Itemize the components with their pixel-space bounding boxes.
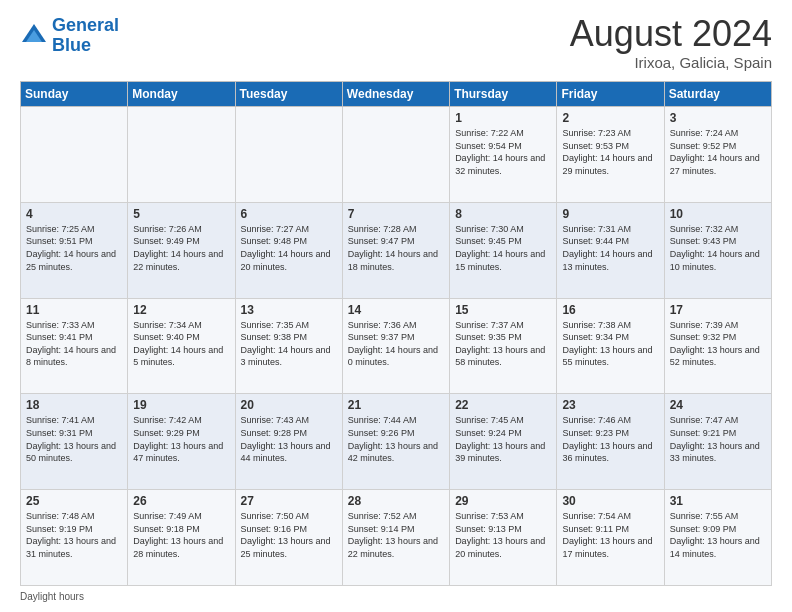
table-row: 28Sunrise: 7:52 AM Sunset: 9:14 PM Dayli… <box>342 490 449 586</box>
table-row: 2Sunrise: 7:23 AM Sunset: 9:53 PM Daylig… <box>557 107 664 203</box>
day-info: Sunrise: 7:47 AM Sunset: 9:21 PM Dayligh… <box>670 414 766 464</box>
table-row: 24Sunrise: 7:47 AM Sunset: 9:21 PM Dayli… <box>664 394 771 490</box>
location-title: Irixoa, Galicia, Spain <box>570 54 772 71</box>
table-row: 10Sunrise: 7:32 AM Sunset: 9:43 PM Dayli… <box>664 202 771 298</box>
day-info: Sunrise: 7:48 AM Sunset: 9:19 PM Dayligh… <box>26 510 122 560</box>
calendar-week-row: 18Sunrise: 7:41 AM Sunset: 9:31 PM Dayli… <box>21 394 772 490</box>
table-row: 7Sunrise: 7:28 AM Sunset: 9:47 PM Daylig… <box>342 202 449 298</box>
day-number: 28 <box>348 494 444 508</box>
table-row: 15Sunrise: 7:37 AM Sunset: 9:35 PM Dayli… <box>450 298 557 394</box>
daylight-label: Daylight hours <box>20 591 84 602</box>
table-row: 20Sunrise: 7:43 AM Sunset: 9:28 PM Dayli… <box>235 394 342 490</box>
table-row: 14Sunrise: 7:36 AM Sunset: 9:37 PM Dayli… <box>342 298 449 394</box>
table-row: 9Sunrise: 7:31 AM Sunset: 9:44 PM Daylig… <box>557 202 664 298</box>
table-row: 31Sunrise: 7:55 AM Sunset: 9:09 PM Dayli… <box>664 490 771 586</box>
table-row: 22Sunrise: 7:45 AM Sunset: 9:24 PM Dayli… <box>450 394 557 490</box>
day-number: 12 <box>133 303 229 317</box>
day-number: 21 <box>348 398 444 412</box>
calendar-week-row: 4Sunrise: 7:25 AM Sunset: 9:51 PM Daylig… <box>21 202 772 298</box>
day-info: Sunrise: 7:49 AM Sunset: 9:18 PM Dayligh… <box>133 510 229 560</box>
table-row: 16Sunrise: 7:38 AM Sunset: 9:34 PM Dayli… <box>557 298 664 394</box>
day-number: 7 <box>348 207 444 221</box>
day-number: 25 <box>26 494 122 508</box>
table-row: 8Sunrise: 7:30 AM Sunset: 9:45 PM Daylig… <box>450 202 557 298</box>
day-number: 10 <box>670 207 766 221</box>
day-info: Sunrise: 7:43 AM Sunset: 9:28 PM Dayligh… <box>241 414 337 464</box>
table-row: 13Sunrise: 7:35 AM Sunset: 9:38 PM Dayli… <box>235 298 342 394</box>
table-row: 12Sunrise: 7:34 AM Sunset: 9:40 PM Dayli… <box>128 298 235 394</box>
day-info: Sunrise: 7:34 AM Sunset: 9:40 PM Dayligh… <box>133 319 229 369</box>
col-friday: Friday <box>557 82 664 107</box>
logo-icon <box>20 22 48 50</box>
day-number: 11 <box>26 303 122 317</box>
table-row: 18Sunrise: 7:41 AM Sunset: 9:31 PM Dayli… <box>21 394 128 490</box>
day-number: 24 <box>670 398 766 412</box>
day-info: Sunrise: 7:32 AM Sunset: 9:43 PM Dayligh… <box>670 223 766 273</box>
col-saturday: Saturday <box>664 82 771 107</box>
col-wednesday: Wednesday <box>342 82 449 107</box>
day-number: 2 <box>562 111 658 125</box>
day-info: Sunrise: 7:36 AM Sunset: 9:37 PM Dayligh… <box>348 319 444 369</box>
table-row <box>342 107 449 203</box>
table-row: 27Sunrise: 7:50 AM Sunset: 9:16 PM Dayli… <box>235 490 342 586</box>
day-number: 17 <box>670 303 766 317</box>
table-row: 5Sunrise: 7:26 AM Sunset: 9:49 PM Daylig… <box>128 202 235 298</box>
day-info: Sunrise: 7:33 AM Sunset: 9:41 PM Dayligh… <box>26 319 122 369</box>
day-info: Sunrise: 7:50 AM Sunset: 9:16 PM Dayligh… <box>241 510 337 560</box>
table-row: 29Sunrise: 7:53 AM Sunset: 9:13 PM Dayli… <box>450 490 557 586</box>
day-info: Sunrise: 7:35 AM Sunset: 9:38 PM Dayligh… <box>241 319 337 369</box>
day-number: 8 <box>455 207 551 221</box>
month-title: August 2024 <box>570 16 772 52</box>
day-info: Sunrise: 7:46 AM Sunset: 9:23 PM Dayligh… <box>562 414 658 464</box>
calendar: Sunday Monday Tuesday Wednesday Thursday… <box>20 81 772 586</box>
day-number: 16 <box>562 303 658 317</box>
table-row: 30Sunrise: 7:54 AM Sunset: 9:11 PM Dayli… <box>557 490 664 586</box>
day-number: 3 <box>670 111 766 125</box>
day-number: 13 <box>241 303 337 317</box>
table-row: 19Sunrise: 7:42 AM Sunset: 9:29 PM Dayli… <box>128 394 235 490</box>
day-info: Sunrise: 7:45 AM Sunset: 9:24 PM Dayligh… <box>455 414 551 464</box>
day-info: Sunrise: 7:23 AM Sunset: 9:53 PM Dayligh… <box>562 127 658 177</box>
col-monday: Monday <box>128 82 235 107</box>
day-info: Sunrise: 7:24 AM Sunset: 9:52 PM Dayligh… <box>670 127 766 177</box>
day-info: Sunrise: 7:22 AM Sunset: 9:54 PM Dayligh… <box>455 127 551 177</box>
table-row: 21Sunrise: 7:44 AM Sunset: 9:26 PM Dayli… <box>342 394 449 490</box>
day-number: 6 <box>241 207 337 221</box>
table-row: 1Sunrise: 7:22 AM Sunset: 9:54 PM Daylig… <box>450 107 557 203</box>
day-number: 22 <box>455 398 551 412</box>
day-number: 31 <box>670 494 766 508</box>
table-row: 26Sunrise: 7:49 AM Sunset: 9:18 PM Dayli… <box>128 490 235 586</box>
calendar-week-row: 25Sunrise: 7:48 AM Sunset: 9:19 PM Dayli… <box>21 490 772 586</box>
day-info: Sunrise: 7:55 AM Sunset: 9:09 PM Dayligh… <box>670 510 766 560</box>
day-number: 18 <box>26 398 122 412</box>
footer-note: Daylight hours <box>20 591 772 602</box>
table-row <box>128 107 235 203</box>
day-info: Sunrise: 7:26 AM Sunset: 9:49 PM Dayligh… <box>133 223 229 273</box>
header: General Blue August 2024 Irixoa, Galicia… <box>20 16 772 71</box>
day-info: Sunrise: 7:53 AM Sunset: 9:13 PM Dayligh… <box>455 510 551 560</box>
day-info: Sunrise: 7:28 AM Sunset: 9:47 PM Dayligh… <box>348 223 444 273</box>
day-info: Sunrise: 7:25 AM Sunset: 9:51 PM Dayligh… <box>26 223 122 273</box>
day-info: Sunrise: 7:44 AM Sunset: 9:26 PM Dayligh… <box>348 414 444 464</box>
table-row: 11Sunrise: 7:33 AM Sunset: 9:41 PM Dayli… <box>21 298 128 394</box>
table-row: 25Sunrise: 7:48 AM Sunset: 9:19 PM Dayli… <box>21 490 128 586</box>
day-number: 9 <box>562 207 658 221</box>
day-number: 30 <box>562 494 658 508</box>
day-info: Sunrise: 7:52 AM Sunset: 9:14 PM Dayligh… <box>348 510 444 560</box>
table-row: 3Sunrise: 7:24 AM Sunset: 9:52 PM Daylig… <box>664 107 771 203</box>
day-info: Sunrise: 7:38 AM Sunset: 9:34 PM Dayligh… <box>562 319 658 369</box>
calendar-week-row: 11Sunrise: 7:33 AM Sunset: 9:41 PM Dayli… <box>21 298 772 394</box>
logo: General Blue <box>20 16 119 56</box>
day-number: 29 <box>455 494 551 508</box>
title-block: August 2024 Irixoa, Galicia, Spain <box>570 16 772 71</box>
day-number: 14 <box>348 303 444 317</box>
col-tuesday: Tuesday <box>235 82 342 107</box>
day-info: Sunrise: 7:27 AM Sunset: 9:48 PM Dayligh… <box>241 223 337 273</box>
day-info: Sunrise: 7:30 AM Sunset: 9:45 PM Dayligh… <box>455 223 551 273</box>
day-info: Sunrise: 7:54 AM Sunset: 9:11 PM Dayligh… <box>562 510 658 560</box>
day-number: 15 <box>455 303 551 317</box>
day-number: 27 <box>241 494 337 508</box>
table-row <box>235 107 342 203</box>
day-info: Sunrise: 7:41 AM Sunset: 9:31 PM Dayligh… <box>26 414 122 464</box>
logo-text: General Blue <box>52 16 119 56</box>
